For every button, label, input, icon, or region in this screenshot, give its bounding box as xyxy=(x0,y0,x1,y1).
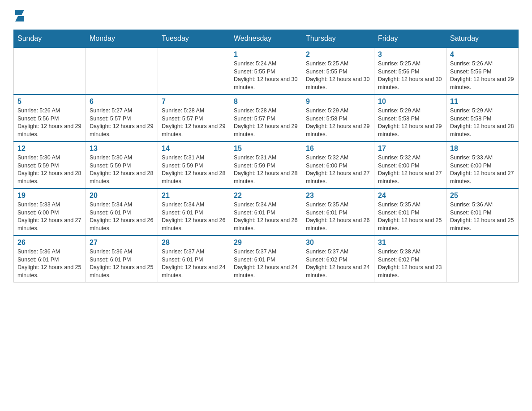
day-number: 23 xyxy=(306,192,370,200)
calendar-header-friday: Friday xyxy=(374,30,446,48)
day-info: Sunrise: 5:31 AM Sunset: 5:59 PM Dayligh… xyxy=(234,154,298,185)
day-info: Sunrise: 5:36 AM Sunset: 6:01 PM Dayligh… xyxy=(90,248,154,279)
day-number: 3 xyxy=(378,51,442,59)
calendar-cell: 22Sunrise: 5:34 AM Sunset: 6:01 PM Dayli… xyxy=(230,188,302,235)
day-number: 29 xyxy=(234,239,298,247)
day-number: 21 xyxy=(162,192,226,200)
calendar-cell: 24Sunrise: 5:35 AM Sunset: 6:01 PM Dayli… xyxy=(374,188,446,235)
day-info: Sunrise: 5:35 AM Sunset: 6:01 PM Dayligh… xyxy=(306,201,370,232)
calendar-cell: 1Sunrise: 5:24 AM Sunset: 5:55 PM Daylig… xyxy=(230,47,302,94)
calendar-cell: 29Sunrise: 5:37 AM Sunset: 6:01 PM Dayli… xyxy=(230,235,302,283)
day-number: 18 xyxy=(450,145,515,153)
day-number: 8 xyxy=(234,98,298,106)
calendar-header-tuesday: Tuesday xyxy=(158,30,230,48)
calendar-header-row: SundayMondayTuesdayWednesdayThursdayFrid… xyxy=(14,30,519,48)
day-info: Sunrise: 5:27 AM Sunset: 5:57 PM Dayligh… xyxy=(90,107,154,138)
calendar-cell: 10Sunrise: 5:29 AM Sunset: 5:58 PM Dayli… xyxy=(374,94,446,141)
calendar-table: SundayMondayTuesdayWednesdayThursdayFrid… xyxy=(13,30,519,283)
calendar-cell: 17Sunrise: 5:32 AM Sunset: 6:00 PM Dayli… xyxy=(374,141,446,188)
calendar-cell xyxy=(14,47,86,94)
calendar-cell xyxy=(86,47,158,94)
day-info: Sunrise: 5:29 AM Sunset: 5:58 PM Dayligh… xyxy=(306,107,370,138)
calendar-cell: 27Sunrise: 5:36 AM Sunset: 6:01 PM Dayli… xyxy=(86,235,158,283)
calendar-cell: 31Sunrise: 5:38 AM Sunset: 6:02 PM Dayli… xyxy=(374,235,446,283)
calendar-header-monday: Monday xyxy=(86,30,158,48)
calendar-cell: 21Sunrise: 5:34 AM Sunset: 6:01 PM Dayli… xyxy=(158,188,230,235)
day-number: 24 xyxy=(378,192,442,200)
calendar-cell: 25Sunrise: 5:36 AM Sunset: 6:01 PM Dayli… xyxy=(446,188,519,235)
day-info: Sunrise: 5:28 AM Sunset: 5:57 PM Dayligh… xyxy=(234,107,298,138)
calendar-cell xyxy=(158,47,230,94)
calendar-cell: 12Sunrise: 5:30 AM Sunset: 5:59 PM Dayli… xyxy=(14,141,86,188)
calendar-cell: 16Sunrise: 5:32 AM Sunset: 6:00 PM Dayli… xyxy=(302,141,374,188)
day-info: Sunrise: 5:37 AM Sunset: 6:01 PM Dayligh… xyxy=(162,248,226,279)
day-number: 5 xyxy=(17,98,82,106)
day-number: 10 xyxy=(378,98,442,106)
calendar-week-row: 19Sunrise: 5:33 AM Sunset: 6:00 PM Dayli… xyxy=(14,188,519,235)
calendar-cell: 13Sunrise: 5:30 AM Sunset: 5:59 PM Dayli… xyxy=(86,141,158,188)
day-info: Sunrise: 5:32 AM Sunset: 6:00 PM Dayligh… xyxy=(378,154,442,185)
day-number: 31 xyxy=(378,239,442,247)
day-info: Sunrise: 5:33 AM Sunset: 6:00 PM Dayligh… xyxy=(450,154,515,185)
calendar-header-thursday: Thursday xyxy=(302,30,374,48)
day-number: 27 xyxy=(90,239,154,247)
day-number: 20 xyxy=(90,192,154,200)
calendar-header-saturday: Saturday xyxy=(446,30,519,48)
day-number: 13 xyxy=(90,145,154,153)
day-number: 19 xyxy=(17,192,82,200)
day-info: Sunrise: 5:28 AM Sunset: 5:57 PM Dayligh… xyxy=(162,107,226,138)
day-info: Sunrise: 5:33 AM Sunset: 6:00 PM Dayligh… xyxy=(17,201,82,232)
day-info: Sunrise: 5:25 AM Sunset: 5:55 PM Dayligh… xyxy=(306,60,370,91)
day-info: Sunrise: 5:36 AM Sunset: 6:01 PM Dayligh… xyxy=(450,201,515,232)
calendar-cell: 15Sunrise: 5:31 AM Sunset: 5:59 PM Dayli… xyxy=(230,141,302,188)
calendar-cell: 6Sunrise: 5:27 AM Sunset: 5:57 PM Daylig… xyxy=(86,94,158,141)
day-number: 25 xyxy=(450,192,515,200)
day-info: Sunrise: 5:29 AM Sunset: 5:58 PM Dayligh… xyxy=(450,107,515,138)
svg-marker-0 xyxy=(15,10,24,15)
calendar-cell: 9Sunrise: 5:29 AM Sunset: 5:58 PM Daylig… xyxy=(302,94,374,141)
day-number: 9 xyxy=(306,98,370,106)
calendar-cell: 8Sunrise: 5:28 AM Sunset: 5:57 PM Daylig… xyxy=(230,94,302,141)
day-number: 15 xyxy=(234,145,298,153)
day-info: Sunrise: 5:26 AM Sunset: 5:56 PM Dayligh… xyxy=(17,107,82,138)
calendar-cell: 3Sunrise: 5:25 AM Sunset: 5:56 PM Daylig… xyxy=(374,47,446,94)
day-info: Sunrise: 5:34 AM Sunset: 6:01 PM Dayligh… xyxy=(162,201,226,232)
calendar-cell: 5Sunrise: 5:26 AM Sunset: 5:56 PM Daylig… xyxy=(14,94,86,141)
day-number: 26 xyxy=(17,239,82,247)
day-info: Sunrise: 5:34 AM Sunset: 6:01 PM Dayligh… xyxy=(234,201,298,232)
calendar-week-row: 1Sunrise: 5:24 AM Sunset: 5:55 PM Daylig… xyxy=(14,47,519,94)
calendar-cell xyxy=(446,235,519,283)
calendar-week-row: 12Sunrise: 5:30 AM Sunset: 5:59 PM Dayli… xyxy=(14,141,519,188)
calendar-cell: 2Sunrise: 5:25 AM Sunset: 5:55 PM Daylig… xyxy=(302,47,374,94)
day-number: 22 xyxy=(234,192,298,200)
day-number: 30 xyxy=(306,239,370,247)
day-info: Sunrise: 5:30 AM Sunset: 5:59 PM Dayligh… xyxy=(17,154,82,185)
day-number: 4 xyxy=(450,51,515,59)
day-info: Sunrise: 5:26 AM Sunset: 5:56 PM Dayligh… xyxy=(450,60,515,91)
day-info: Sunrise: 5:36 AM Sunset: 6:01 PM Dayligh… xyxy=(17,248,82,279)
day-info: Sunrise: 5:35 AM Sunset: 6:01 PM Dayligh… xyxy=(378,201,442,232)
day-number: 11 xyxy=(450,98,515,106)
day-number: 1 xyxy=(234,51,298,59)
day-number: 6 xyxy=(90,98,154,106)
day-info: Sunrise: 5:34 AM Sunset: 6:01 PM Dayligh… xyxy=(90,201,154,232)
calendar-cell: 28Sunrise: 5:37 AM Sunset: 6:01 PM Dayli… xyxy=(158,235,230,283)
calendar-cell: 11Sunrise: 5:29 AM Sunset: 5:58 PM Dayli… xyxy=(446,94,519,141)
calendar-cell: 7Sunrise: 5:28 AM Sunset: 5:57 PM Daylig… xyxy=(158,94,230,141)
day-number: 2 xyxy=(306,51,370,59)
calendar-week-row: 26Sunrise: 5:36 AM Sunset: 6:01 PM Dayli… xyxy=(14,235,519,283)
day-info: Sunrise: 5:38 AM Sunset: 6:02 PM Dayligh… xyxy=(378,248,442,279)
day-info: Sunrise: 5:30 AM Sunset: 5:59 PM Dayligh… xyxy=(90,154,154,185)
calendar-cell: 23Sunrise: 5:35 AM Sunset: 6:01 PM Dayli… xyxy=(302,188,374,235)
day-number: 7 xyxy=(162,98,226,106)
logo xyxy=(13,9,26,21)
day-number: 12 xyxy=(17,145,82,153)
day-number: 14 xyxy=(162,145,226,153)
day-info: Sunrise: 5:29 AM Sunset: 5:58 PM Dayligh… xyxy=(378,107,442,138)
day-info: Sunrise: 5:37 AM Sunset: 6:02 PM Dayligh… xyxy=(306,248,370,279)
calendar-cell: 20Sunrise: 5:34 AM Sunset: 6:01 PM Dayli… xyxy=(86,188,158,235)
calendar-cell: 14Sunrise: 5:31 AM Sunset: 5:59 PM Dayli… xyxy=(158,141,230,188)
day-info: Sunrise: 5:25 AM Sunset: 5:56 PM Dayligh… xyxy=(378,60,442,91)
calendar-cell: 18Sunrise: 5:33 AM Sunset: 6:00 PM Dayli… xyxy=(446,141,519,188)
calendar-header-sunday: Sunday xyxy=(14,30,86,48)
